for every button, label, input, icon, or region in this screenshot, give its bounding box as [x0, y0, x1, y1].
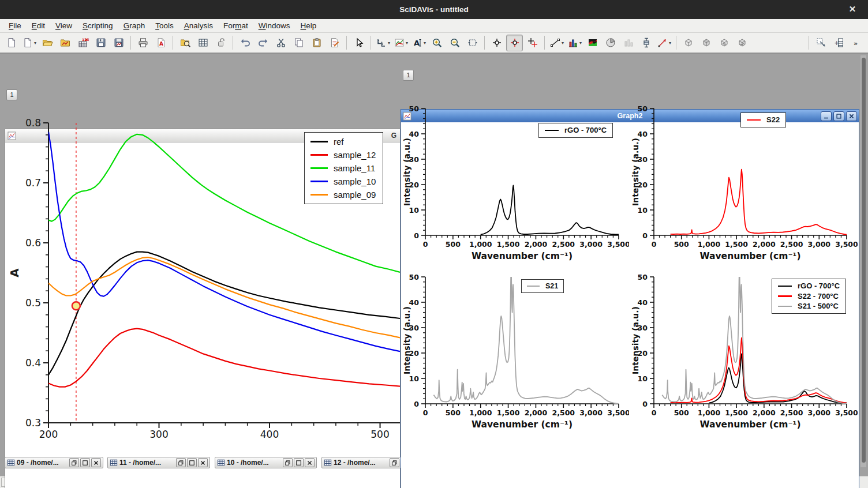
close-button[interactable]	[198, 458, 208, 467]
graph2-layer-button[interactable]: 1	[403, 70, 414, 81]
raman-s21-chart[interactable]: 05001,0001,5002,0002,5003,0003,500010203…	[401, 268, 629, 433]
menu-scripting[interactable]: Scripting	[77, 20, 118, 32]
data-reader-button[interactable]	[506, 35, 523, 51]
raman-combined-chart-legend[interactable]: rGO - 700°CS22 - 700°CS21 - 500°C	[772, 279, 846, 314]
legend-entry: S21 - 500°C	[778, 301, 840, 311]
cut-selection-button[interactable]	[272, 35, 289, 51]
menu-windows[interactable]: Windows	[253, 20, 295, 32]
maximize-button[interactable]	[294, 458, 304, 467]
plot-vector-button[interactable]: ▾	[656, 35, 672, 51]
app-titlebar[interactable]: SciDAVis - untitled ✕	[0, 0, 868, 19]
svg-text:0.7: 0.7	[25, 177, 41, 189]
mdi-vertical-scrollbar[interactable]	[860, 55, 866, 467]
series-rGO - 700°C	[481, 185, 619, 234]
maximize-button[interactable]	[80, 458, 90, 467]
screen-reader-button[interactable]	[488, 35, 505, 51]
raman-s21-chart-svg: 05001,0001,5002,0002,5003,0003,500010203…	[401, 268, 629, 433]
save-project-button[interactable]	[92, 35, 109, 51]
plot-bar-button[interactable]: ▾	[566, 35, 583, 51]
paste-selection-button[interactable]	[308, 35, 325, 51]
add-layer-button[interactable]: ▾	[375, 35, 391, 51]
plot-box-button[interactable]	[638, 35, 654, 51]
menu-analysis[interactable]: Analysis	[179, 20, 218, 32]
open-project-button[interactable]	[39, 35, 55, 51]
dropdown-arrow-icon[interactable]: ▾	[406, 40, 408, 46]
plot-3d-bars-button	[620, 35, 637, 51]
print-button[interactable]	[134, 35, 151, 51]
draw-line-button[interactable]: ▾	[548, 35, 565, 51]
taskbar-item-09[interactable]: 09 - /home/...	[5, 457, 103, 468]
scrollbar-thumb[interactable]	[862, 58, 866, 463]
svg-text:40: 40	[409, 130, 420, 138]
new-note-button[interactable]	[326, 35, 343, 51]
add-curve-button[interactable]: ▾	[392, 35, 409, 51]
dropdown-arrow-icon[interactable]: ▾	[388, 40, 390, 46]
restore-button[interactable]	[283, 458, 293, 467]
pointer-button[interactable]	[350, 35, 367, 51]
dropdown-arrow-icon[interactable]: ▾	[579, 40, 582, 46]
close-button[interactable]	[91, 458, 101, 467]
copy-selection-button[interactable]	[290, 35, 307, 51]
open-template-button[interactable]	[57, 35, 73, 51]
dropdown-arrow-icon[interactable]: ▾	[669, 40, 671, 46]
toolbar-separator	[173, 36, 173, 50]
plot-3d-scatter-button[interactable]	[716, 35, 732, 51]
menu-format[interactable]: Format	[218, 20, 253, 32]
menu-help[interactable]: Help	[295, 20, 322, 32]
results-log-button[interactable]	[194, 35, 211, 51]
svg-text:0: 0	[423, 240, 428, 249]
save-template-button[interactable]	[110, 35, 127, 51]
menu-file[interactable]: File	[3, 20, 27, 32]
raman-rgo-chart-legend[interactable]: rGO - 700°C	[538, 123, 613, 138]
export-pdf-button[interactable]: A	[152, 35, 169, 51]
svg-text:0: 0	[414, 231, 419, 240]
menu-graph[interactable]: Graph	[118, 20, 151, 32]
plot-spectrogram-button[interactable]	[584, 35, 601, 51]
zoom-out-button[interactable]	[446, 35, 463, 51]
svg-text:Wavenumber (cm⁻¹): Wavenumber (cm⁻¹)	[700, 419, 801, 430]
maximize-button[interactable]	[187, 458, 197, 467]
plot-3d-trajectory-button[interactable]	[734, 35, 750, 51]
dropdown-arrow-icon[interactable]: ▾	[34, 40, 36, 46]
restore-button[interactable]	[176, 458, 186, 467]
legend-label: ref	[334, 137, 344, 147]
dropdown-arrow-icon[interactable]: ▾	[562, 40, 564, 46]
redo-button[interactable]	[255, 35, 271, 51]
menu-view[interactable]: View	[50, 20, 77, 32]
restore-button[interactable]	[390, 458, 399, 467]
raman-s22-chart-legend[interactable]: S22	[740, 112, 786, 127]
add-column-button[interactable]: +	[830, 35, 847, 51]
svg-text:Wavenumber (cm⁻¹): Wavenumber (cm⁻¹)	[700, 251, 801, 261]
graph1-layer-button[interactable]: 1	[6, 89, 17, 100]
undo-button[interactable]	[237, 35, 253, 51]
zoom-in-button[interactable]	[428, 35, 445, 51]
raman-s21-chart-legend[interactable]: S21	[521, 279, 564, 293]
close-button[interactable]	[305, 458, 315, 467]
rescale-to-show-all-button[interactable]	[464, 35, 481, 51]
app-close-icon[interactable]: ✕	[846, 4, 859, 14]
dropdown-arrow-icon[interactable]: ▾	[424, 40, 426, 46]
lock-toolbars-button[interactable]	[212, 35, 229, 51]
new-project-button[interactable]	[3, 35, 20, 51]
menu-tools[interactable]: Tools	[150, 20, 179, 32]
resize-window-button[interactable]	[813, 35, 829, 51]
restore-button[interactable]	[69, 458, 79, 467]
select-data-range-button[interactable]	[524, 35, 541, 51]
add-text-button[interactable]: A▾	[410, 35, 427, 51]
taskbar-item-label: 10 - /home/...	[227, 459, 279, 467]
svg-text:2,000: 2,000	[525, 408, 548, 417]
taskbar-item-10[interactable]: 10 - /home/...	[215, 457, 317, 468]
plot-3d-bars3d-button[interactable]	[698, 35, 714, 51]
plot-pie-button[interactable]	[602, 35, 619, 51]
taskbar-item-11[interactable]: 11 - /home/...	[107, 457, 210, 468]
svg-text:Intensity (a.u.): Intensity (a.u.)	[402, 138, 411, 206]
plot-3d-ribbon-button[interactable]	[680, 35, 697, 51]
menu-edit[interactable]: Edit	[27, 20, 50, 32]
svg-text:1,500: 1,500	[497, 408, 520, 417]
toolbar-overflow-button[interactable]: »	[848, 35, 865, 51]
uv-absorbance-chart-legend[interactable]: refsample_12sample_11sample_10sample_09	[304, 132, 383, 204]
new-window-button[interactable]: ▾	[21, 35, 38, 51]
project-explorer-button[interactable]	[177, 35, 193, 51]
import-ascii-button[interactable]: 123	[74, 35, 91, 51]
svg-text:500: 500	[446, 240, 461, 249]
